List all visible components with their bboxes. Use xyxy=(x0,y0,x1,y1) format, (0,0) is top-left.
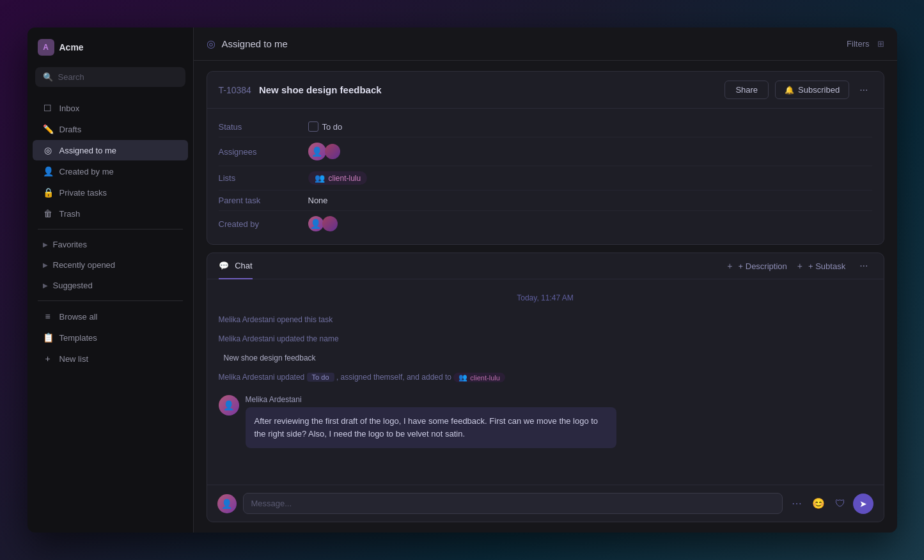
list-badge[interactable]: 👥 client-lulu xyxy=(308,171,368,185)
sidebar-item-label: Browse all xyxy=(59,312,98,322)
more-options-button[interactable]: ··· xyxy=(856,82,872,98)
creator-avatar-second xyxy=(322,216,338,231)
main-title-area: ◎ Assigned to me xyxy=(207,38,288,50)
attach-button[interactable]: 🛡 xyxy=(833,495,848,512)
inbox-icon: ☐ xyxy=(43,103,53,113)
assignees-value xyxy=(308,143,340,160)
sidebar-section-favorites[interactable]: ▶ Favorites xyxy=(33,235,188,254)
sidebar-item-inbox[interactable]: ☐ Inbox xyxy=(33,98,188,118)
sidebar-item-label: Private tasks xyxy=(59,188,107,198)
bell-icon: 🔔 xyxy=(785,86,794,95)
filters-button[interactable]: Filters xyxy=(847,39,869,49)
task-header-actions: Share 🔔 Subscribed ··· xyxy=(724,81,872,99)
template-icon: 📋 xyxy=(43,332,53,343)
parent-task-label: Parent task xyxy=(219,196,308,205)
task-panel: T-10384 New shoe design feedback Share 🔔… xyxy=(194,61,897,533)
subscribed-label: Subscribed xyxy=(798,85,840,95)
task-info-card: T-10384 New shoe design feedback Share 🔔… xyxy=(207,71,884,245)
input-actions: ⋯ 😊 🛡 ➤ xyxy=(789,494,873,514)
creator-avatar xyxy=(308,216,324,231)
sidebar-item-drafts[interactable]: ✏️ Drafts xyxy=(33,119,188,139)
plus-icon: + xyxy=(727,261,732,271)
chat-card: 💬 Chat + + Description + + Subtask ··· xyxy=(207,253,884,522)
chat-input-area: ⋯ 😊 🛡 ➤ xyxy=(207,485,884,522)
sidebar-item-label: Drafts xyxy=(59,125,82,134)
chat-icon: 💬 xyxy=(219,261,229,270)
status-checkbox[interactable] xyxy=(308,121,318,132)
lock-icon: 🔒 xyxy=(43,187,53,198)
chevron-right-icon: ▶ xyxy=(43,241,48,248)
sidebar-item-created-by-me[interactable]: 👤 Created by me xyxy=(33,161,188,182)
task-id: T-10384 xyxy=(219,85,251,95)
header-actions: Filters ⊞ xyxy=(847,39,884,49)
system-message-text: Melika Ardestani opened this task xyxy=(219,315,333,324)
send-button[interactable]: ➤ xyxy=(853,494,873,514)
message-input[interactable] xyxy=(243,493,783,514)
subtask-label: + Subtask xyxy=(808,261,845,271)
task-properties: Status To do Assignees xyxy=(207,109,884,244)
page-title: Assigned to me xyxy=(222,38,288,49)
sidebar-nav: ☐ Inbox ✏️ Drafts ◎ Assigned to me 👤 Cre… xyxy=(27,92,193,533)
workspace-name: Acme xyxy=(59,42,84,52)
list-inline-text: client-lulu xyxy=(470,374,499,382)
status-text: To do xyxy=(322,122,343,132)
assigned-icon: ◎ xyxy=(43,145,53,155)
search-button[interactable]: 🔍 Search xyxy=(35,67,185,87)
chat-more-button[interactable]: ··· xyxy=(856,258,872,274)
sidebar-item-new-list[interactable]: + New list xyxy=(33,348,188,369)
created-by-value xyxy=(308,216,338,231)
add-subtask-button[interactable]: + + Subtask xyxy=(797,261,845,271)
trash-icon: 🗑 xyxy=(43,208,53,219)
lists-label: Lists xyxy=(219,173,308,183)
sidebar-item-label: Assigned to me xyxy=(59,146,117,155)
workspace-icon: A xyxy=(38,39,54,56)
user-message-block: Melika Ardestani After reviewing the fir… xyxy=(219,395,872,448)
emoji-button[interactable]: 😊 xyxy=(810,495,827,512)
chevron-right-icon: ▶ xyxy=(43,282,48,289)
sidebar-item-trash[interactable]: 🗑 Trash xyxy=(33,203,188,224)
sidebar-section-recently-opened[interactable]: ▶ Recently opened xyxy=(33,255,188,275)
sidebar-item-assigned-to-me[interactable]: ◎ Assigned to me xyxy=(33,140,188,160)
avatar-second xyxy=(325,144,340,159)
sidebar: A Acme 🔍 Search ☐ Inbox ✏️ Drafts ◎ Assi… xyxy=(27,27,194,533)
share-button[interactable]: Share xyxy=(724,81,769,99)
chat-tab-actions: + + Description + + Subtask ··· xyxy=(727,258,872,274)
status-label: Status xyxy=(219,122,308,132)
lists-property: Lists 👥 client-lulu xyxy=(219,166,872,191)
plus-icon: + xyxy=(43,354,53,364)
tab-chat[interactable]: 💬 Chat xyxy=(219,253,253,279)
system-message-name: New shoe design feedback xyxy=(219,352,872,364)
list-badge-icon: 👥 xyxy=(315,173,325,183)
lists-value: 👥 client-lulu xyxy=(308,171,368,185)
sidebar-header: A Acme xyxy=(27,27,193,62)
task-card-header: T-10384 New shoe design feedback Share 🔔… xyxy=(207,72,884,109)
status-property: Status To do xyxy=(219,116,872,137)
assigned-to-me-icon: ◎ xyxy=(207,38,215,50)
assignees-label: Assignees xyxy=(219,147,308,157)
sidebar-item-templates[interactable]: 📋 Templates xyxy=(33,327,188,348)
sm4-pre: Melika Ardestani updated xyxy=(219,373,305,382)
chevron-right-icon: ▶ xyxy=(43,261,48,268)
sidebar-item-private-tasks[interactable]: 🔒 Private tasks xyxy=(33,182,188,203)
sidebar-item-label: Templates xyxy=(59,333,97,343)
message-content: Melika Ardestani After reviewing the fir… xyxy=(246,395,872,448)
drafts-icon: ✏️ xyxy=(43,124,53,134)
description-label: + Description xyxy=(739,261,787,271)
add-description-button[interactable]: + + Description xyxy=(727,261,787,271)
status-value: To do xyxy=(308,121,343,132)
system-message-4: Melika Ardestani updated To do , assigne… xyxy=(219,371,872,384)
system-message-text: Melika Ardestani updated the name xyxy=(219,334,339,343)
sidebar-section-suggested[interactable]: ▶ Suggested xyxy=(33,276,188,295)
layout-icon[interactable]: ⊞ xyxy=(877,39,884,49)
sidebar-item-label: New list xyxy=(59,354,89,364)
more-input-button[interactable]: ⋯ xyxy=(789,495,804,512)
message-author: Melika Ardestani xyxy=(246,395,872,404)
assignees-property: Assignees xyxy=(219,137,872,166)
sidebar-item-browse-all[interactable]: ≡ Browse all xyxy=(33,306,188,327)
list-badge-inline: 👥 client-lulu xyxy=(453,373,505,382)
main-content: ◎ Assigned to me Filters ⊞ T-10384 New s… xyxy=(194,27,897,533)
parent-task-value: None xyxy=(308,196,328,205)
created-icon: 👤 xyxy=(43,166,53,176)
sidebar-item-label: Created by me xyxy=(59,167,114,176)
subscribed-button[interactable]: 🔔 Subscribed xyxy=(775,81,849,99)
